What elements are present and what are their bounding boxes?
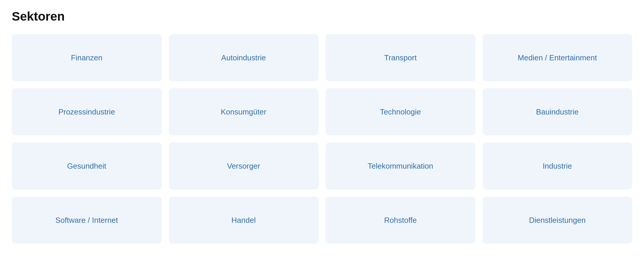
sector-card-autoindustrie[interactable]: Autoindustrie bbox=[169, 34, 319, 81]
sectors-grid: FinanzenAutoindustrieTransportMedien / E… bbox=[12, 34, 632, 244]
sector-card-prozessindustrie[interactable]: Prozessindustrie bbox=[12, 88, 162, 135]
sector-card-transport[interactable]: Transport bbox=[326, 34, 475, 81]
sector-card-versorger[interactable]: Versorger bbox=[169, 142, 319, 190]
sector-label-medien-entertainment: Medien / Entertainment bbox=[513, 53, 602, 62]
sector-label-handel: Handel bbox=[227, 216, 260, 225]
sector-label-technologie: Technologie bbox=[375, 107, 426, 117]
sector-card-industrie[interactable]: Industrie bbox=[483, 142, 633, 190]
sector-label-industrie: Industrie bbox=[538, 162, 577, 171]
sector-label-konsumgueter: Konsumgüter bbox=[216, 107, 271, 117]
sector-label-autoindustrie: Autoindustrie bbox=[217, 53, 271, 62]
sector-label-software-internet: Software / Internet bbox=[51, 216, 123, 225]
sector-label-transport: Transport bbox=[379, 53, 421, 62]
sector-label-gesundheit: Gesundheit bbox=[62, 162, 111, 171]
sector-label-dienstleistungen: Dienstleistungen bbox=[524, 216, 590, 225]
sector-card-konsumgueter[interactable]: Konsumgüter bbox=[169, 88, 319, 135]
sector-card-handel[interactable]: Handel bbox=[169, 197, 319, 244]
sector-label-prozessindustrie: Prozessindustrie bbox=[54, 107, 120, 117]
sector-card-software-internet[interactable]: Software / Internet bbox=[12, 197, 162, 244]
sector-label-bauindustrie: Bauindustrie bbox=[531, 107, 583, 117]
page-title: Sektoren bbox=[12, 9, 632, 24]
sector-card-gesundheit[interactable]: Gesundheit bbox=[12, 142, 162, 190]
sector-label-telekommunikation: Telekommunikation bbox=[363, 162, 438, 171]
sector-card-medien-entertainment[interactable]: Medien / Entertainment bbox=[483, 34, 633, 81]
sector-card-rohstoffe[interactable]: Rohstoffe bbox=[326, 197, 475, 244]
sector-card-finanzen[interactable]: Finanzen bbox=[12, 34, 162, 81]
sector-card-dienstleistungen[interactable]: Dienstleistungen bbox=[483, 197, 633, 244]
sector-card-bauindustrie[interactable]: Bauindustrie bbox=[483, 88, 633, 135]
sector-label-rohstoffe: Rohstoffe bbox=[379, 216, 422, 225]
sector-card-technologie[interactable]: Technologie bbox=[326, 88, 475, 135]
sector-label-versorger: Versorger bbox=[222, 162, 265, 171]
sector-label-finanzen: Finanzen bbox=[66, 53, 107, 62]
sector-card-telekommunikation[interactable]: Telekommunikation bbox=[326, 142, 475, 190]
